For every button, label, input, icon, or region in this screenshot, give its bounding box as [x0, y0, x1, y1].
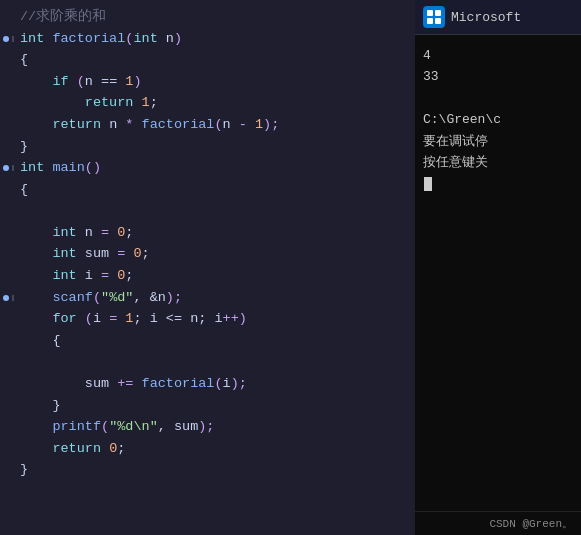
code-line: int factorial(int n) [0, 28, 415, 50]
token: ); [198, 419, 214, 434]
code-line: printf("%d\n", sum); [0, 416, 415, 438]
token: n == [85, 74, 126, 89]
token: sum [174, 419, 198, 434]
token: 0 [133, 246, 141, 261]
token: ) [174, 31, 182, 46]
svg-rect-3 [435, 18, 441, 24]
token: ( [85, 311, 93, 326]
token: if [52, 74, 76, 89]
token: n [85, 225, 101, 240]
token: i [93, 311, 109, 326]
code-line: { [0, 179, 415, 201]
code-line: int sum = 0; [0, 243, 415, 265]
terminal-line [423, 88, 573, 109]
token: ; [125, 268, 133, 283]
token: for [52, 311, 84, 326]
svg-rect-1 [435, 10, 441, 16]
token: ( [77, 74, 85, 89]
code-content: int n = 0; [20, 222, 411, 244]
token: } [20, 139, 28, 154]
code-line: return n * factorial(n - 1); [0, 114, 415, 136]
terminal-line: 33 [423, 66, 573, 87]
token: factorial [142, 117, 215, 132]
token: n [223, 117, 239, 132]
token: () [85, 160, 101, 175]
token [20, 225, 52, 240]
token [20, 74, 52, 89]
token: &n [150, 290, 166, 305]
token: printf [52, 419, 101, 434]
code-content: int i = 0; [20, 265, 411, 287]
token: return [85, 95, 142, 110]
terminal-footer: CSDN @Green。 [415, 511, 581, 535]
code-content: int sum = 0; [20, 243, 411, 265]
code-content: } [20, 136, 411, 158]
token: sum [85, 246, 117, 261]
code-line: int n = 0; [0, 222, 415, 244]
token: ( [101, 419, 109, 434]
token [20, 95, 85, 110]
token: = [101, 268, 117, 283]
token: ) [133, 74, 141, 89]
token: factorial [52, 31, 125, 46]
code-line: int main() [0, 157, 415, 179]
token: int [52, 246, 84, 261]
terminal-line: 要在调试停 [423, 131, 573, 152]
code-content: int factorial(int n) [20, 28, 411, 50]
cursor-block [424, 177, 432, 191]
token: ; [117, 441, 125, 456]
terminal-line: 按任意键关 [423, 152, 573, 173]
token [20, 441, 52, 456]
token: return [52, 441, 109, 456]
token: factorial [142, 376, 215, 391]
terminal-icon [423, 6, 445, 28]
token: return [52, 117, 109, 132]
token: i [223, 376, 231, 391]
token: , [133, 290, 149, 305]
token: { [20, 182, 28, 197]
token: 1 [142, 95, 150, 110]
line-gutter [0, 295, 14, 301]
code-content: for (i = 1; i <= n; i++) [20, 308, 411, 330]
token: int [52, 225, 84, 240]
code-line [0, 351, 415, 373]
terminal-title: Microsoft [451, 10, 521, 25]
token: int [52, 268, 84, 283]
token: ( [214, 376, 222, 391]
code-editor: //求阶乘的和int factorial(int n){ if (n == 1)… [0, 0, 415, 535]
code-content: return 0; [20, 438, 411, 460]
token: 1 [255, 117, 263, 132]
code-line: int i = 0; [0, 265, 415, 287]
code-content: printf("%d\n", sum); [20, 416, 411, 438]
token: = [101, 225, 117, 240]
token: - [239, 117, 255, 132]
code-content: return 1; [20, 92, 411, 114]
token: ; [142, 246, 150, 261]
token: main [52, 160, 84, 175]
terminal-cursor-line [423, 174, 573, 195]
token [20, 311, 52, 326]
token: += [117, 376, 141, 391]
token: sum [85, 376, 117, 391]
terminal-line: 4 [423, 45, 573, 66]
token: ( [214, 117, 222, 132]
code-line: { [0, 330, 415, 352]
token [20, 268, 52, 283]
token: } [20, 462, 28, 477]
token: int [20, 31, 52, 46]
svg-rect-0 [427, 10, 433, 16]
token: = [117, 246, 133, 261]
code-content: { [20, 49, 411, 71]
token [20, 290, 52, 305]
code-line: } [0, 136, 415, 158]
code-line: return 0; [0, 438, 415, 460]
token: ( [93, 290, 101, 305]
token [20, 246, 52, 261]
code-line: if (n == 1) [0, 71, 415, 93]
code-content: return n * factorial(n - 1); [20, 114, 411, 136]
code-line [0, 200, 415, 222]
token: ) [239, 311, 247, 326]
token: ); [263, 117, 279, 132]
code-content: //求阶乘的和 [20, 6, 411, 28]
terminal-body: 433 C:\Green\c要在调试停按任意键关 [415, 35, 581, 511]
